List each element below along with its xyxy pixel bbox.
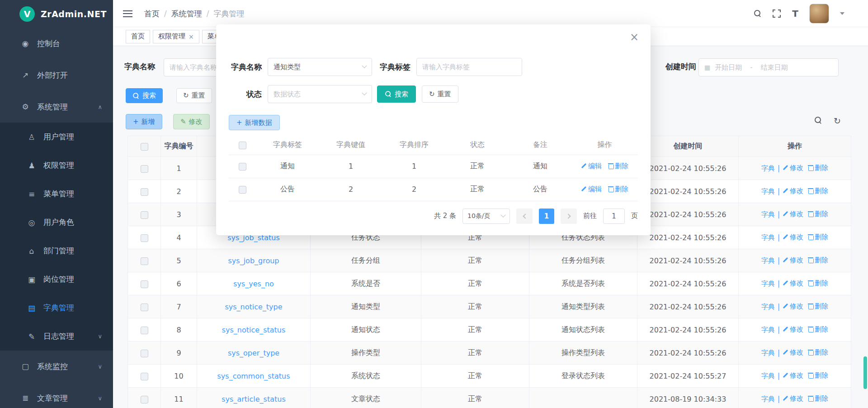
dict-link[interactable]: 字典 — [761, 164, 775, 173]
dict-label-input[interactable] — [416, 58, 522, 76]
tab-permission-management[interactable]: 权限管理 × — [153, 30, 199, 43]
row-checkbox[interactable] — [141, 188, 148, 196]
select-all-checkbox[interactable] — [141, 143, 148, 151]
delete-link[interactable]: 删除 — [808, 233, 828, 242]
dict-name-select[interactable]: 通知类型 — [268, 58, 372, 76]
search-icon[interactable] — [754, 10, 761, 17]
caret-down-icon[interactable] — [840, 12, 844, 15]
row-checkbox[interactable] — [141, 396, 148, 403]
row-checkbox[interactable] — [141, 257, 148, 265]
dict-type-link[interactable]: sys_notice_type — [225, 303, 282, 311]
dict-type-link[interactable]: sys_article_status — [222, 395, 286, 403]
modal-reset-button[interactable]: ↻ 重置 — [422, 85, 458, 103]
row-checkbox[interactable] — [141, 165, 148, 173]
delete-link[interactable]: 删除 — [808, 371, 828, 380]
modal-search-button[interactable]: 搜索 — [377, 85, 416, 103]
edit-link[interactable]: 修改 — [783, 302, 803, 311]
prev-page-button[interactable] — [516, 209, 533, 224]
search-button[interactable]: 搜索 — [126, 88, 163, 103]
delete-link[interactable]: 删除 — [808, 187, 828, 195]
create-time-range-picker[interactable]: ▦ 开始日期 - 结束日期 — [698, 58, 839, 76]
edit-link[interactable]: 修改 — [783, 233, 803, 242]
delete-link[interactable]: 删除 — [808, 302, 828, 311]
hamburger-icon[interactable] — [123, 10, 132, 17]
dict-link[interactable]: 字典 — [761, 256, 775, 265]
dict-link[interactable]: 字典 — [761, 210, 775, 219]
fullscreen-icon[interactable] — [772, 9, 781, 18]
dict-link[interactable]: 字典 — [761, 303, 775, 311]
edit-link[interactable]: 编辑 — [581, 162, 602, 171]
font-size-icon[interactable]: T — [792, 8, 798, 19]
edit-link[interactable]: 修改 — [783, 164, 803, 172]
scrollbar-thumb[interactable] — [863, 356, 867, 389]
search-icon[interactable] — [815, 117, 822, 126]
sidebar-item-post-management[interactable]: ▣ 岗位管理 — [0, 265, 113, 294]
dict-type-link[interactable]: sys_common_status — [217, 372, 290, 380]
breadcrumb-home[interactable]: 首页 — [144, 9, 160, 19]
edit-link[interactable]: 修改 — [783, 279, 803, 288]
dict-link[interactable]: 字典 — [761, 349, 775, 357]
sidebar-item-user-role[interactable]: ◎ 用户角色 — [0, 208, 113, 237]
next-page-button[interactable] — [561, 209, 577, 224]
edit-link[interactable]: 编辑 — [581, 185, 602, 194]
dict-link[interactable]: 字典 — [761, 395, 775, 403]
delete-link[interactable]: 删除 — [808, 256, 828, 265]
delete-link[interactable]: 删除 — [808, 210, 828, 218]
dict-link[interactable]: 字典 — [761, 187, 775, 196]
dict-link[interactable]: 字典 — [761, 372, 775, 380]
dict-type-link[interactable]: sys_notice_status — [222, 326, 286, 334]
edit-link[interactable]: 修改 — [783, 210, 803, 218]
current-page-button[interactable]: 1 — [539, 209, 554, 224]
delete-link[interactable]: 删除 — [608, 185, 628, 194]
dict-link[interactable]: 字典 — [761, 326, 775, 334]
delete-link[interactable]: 删除 — [608, 162, 628, 171]
sidebar-item-external-open[interactable]: ↗ 外部打开 — [0, 59, 113, 91]
dict-type-link[interactable]: sys_oper_type — [228, 349, 279, 357]
delete-link[interactable]: 删除 — [808, 348, 828, 357]
dict-type-link[interactable]: sys_yes_no — [233, 280, 274, 288]
sidebar-item-menu-management[interactable]: ≡ 菜单管理 — [0, 180, 113, 208]
delete-link[interactable]: 删除 — [808, 279, 828, 288]
edit-link[interactable]: 修改 — [783, 348, 803, 357]
goto-page-input[interactable] — [603, 209, 625, 224]
sidebar-item-system-management[interactable]: ⚙ 系统管理 ∧ — [0, 91, 113, 123]
sidebar-item-article-management[interactable]: ≣ 文章管理 ∨ — [0, 382, 113, 408]
select-all-checkbox[interactable] — [239, 142, 246, 149]
avatar[interactable] — [809, 4, 829, 24]
add-data-button[interactable]: + 新增数据 — [229, 115, 280, 130]
delete-link[interactable]: 删除 — [808, 164, 828, 172]
dict-link[interactable]: 字典 — [761, 233, 775, 242]
reset-button[interactable]: ↻ 重置 — [176, 88, 212, 103]
row-checkbox[interactable] — [141, 350, 148, 357]
sidebar-item-log-management[interactable]: ✎ 日志管理 ∨ — [0, 322, 113, 351]
add-button[interactable]: + 新增 — [126, 114, 162, 129]
dict-type-link[interactable]: sys_job_group — [228, 256, 279, 265]
row-checkbox[interactable] — [141, 327, 148, 334]
sidebar-item-system-monitoring[interactable]: ▢ 系统监控 ∨ — [0, 351, 113, 382]
dict-link[interactable]: 字典 — [761, 280, 775, 288]
tab-home[interactable]: 首页 — [126, 30, 150, 43]
sidebar-item-dictionary-management[interactable]: ▤ 字典管理 — [0, 294, 113, 322]
row-checkbox[interactable] — [141, 211, 148, 219]
row-checkbox[interactable] — [239, 186, 246, 194]
close-icon[interactable]: × — [189, 33, 194, 40]
delete-link[interactable]: 删除 — [808, 394, 828, 403]
row-checkbox[interactable] — [239, 163, 246, 171]
row-checkbox[interactable] — [141, 373, 148, 380]
close-icon[interactable]: × — [630, 32, 639, 43]
row-checkbox[interactable] — [141, 304, 148, 311]
edit-link[interactable]: 修改 — [783, 371, 803, 380]
edit-link[interactable]: 修改 — [783, 187, 803, 195]
edit-link[interactable]: 修改 — [783, 394, 803, 403]
sidebar-item-user-management[interactable]: ♙ 用户管理 — [0, 123, 113, 151]
edit-link[interactable]: 修改 — [783, 325, 803, 334]
sidebar-item-permission-management[interactable]: ♟ 权限管理 — [0, 151, 113, 180]
sidebar-item-console[interactable]: ◉ 控制台 — [0, 28, 113, 59]
sidebar-item-department-management[interactable]: ⌂ 部门管理 — [0, 237, 113, 265]
row-checkbox[interactable] — [141, 280, 148, 288]
delete-link[interactable]: 删除 — [808, 325, 828, 334]
page-size-select[interactable]: 10条/页 — [462, 209, 510, 224]
status-select[interactable]: 数据状态 — [268, 85, 372, 103]
breadcrumb-system[interactable]: 系统管理 — [171, 9, 202, 19]
edit-button[interactable]: ✎ 修改 — [173, 114, 210, 129]
